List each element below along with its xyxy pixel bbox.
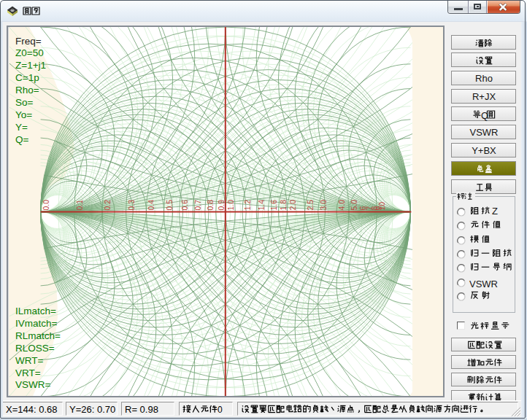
svg-text:Y=: Y= — [15, 122, 28, 133]
svg-text:ILmatch=: ILmatch= — [15, 306, 56, 316]
svg-text:0.6: 0.6 — [180, 200, 189, 211]
svg-text:0.1: 0.1 — [75, 200, 84, 211]
svg-text:RLOSS=: RLOSS= — [15, 343, 55, 354]
svg-text:RLmatch=: RLmatch= — [15, 330, 61, 341]
svg-text:2.0: 2.0 — [288, 200, 297, 211]
svg-text:VRT=: VRT= — [15, 368, 41, 378]
svg-text:IVmatch=: IVmatch= — [15, 318, 58, 329]
svg-text:10: 10 — [377, 202, 386, 211]
svg-text:2.5: 2.5 — [306, 200, 315, 211]
svg-text:1.0: 1.0 — [226, 200, 235, 211]
svg-text:VSWR=: VSWR= — [15, 379, 51, 390]
svg-text:Freq=: Freq= — [15, 36, 42, 47]
svg-text:0.8: 0.8 — [206, 200, 215, 211]
svg-text:0: 0 — [218, 405, 223, 415]
svg-text:Q=: Q= — [15, 134, 29, 145]
svg-text:C=1p: C=1p — [15, 72, 39, 83]
svg-text:0.2: 0.2 — [103, 200, 112, 211]
svg-text:0.9: 0.9 — [217, 200, 226, 211]
svg-text:So=: So= — [15, 97, 34, 108]
svg-text:Z: Z — [492, 206, 498, 217]
svg-text:0.5: 0.5 — [165, 200, 174, 211]
svg-text:0.4: 0.4 — [147, 200, 155, 211]
svg-text:4.0: 4.0 — [337, 200, 346, 211]
svg-text:WRT=: WRT= — [15, 355, 43, 366]
svg-text:Z0=50: Z0=50 — [15, 47, 44, 58]
svg-text:3.0: 3.0 — [319, 200, 328, 211]
svg-text:Rho=: Rho= — [15, 85, 39, 96]
svg-text:1.4: 1.4 — [257, 200, 266, 211]
svg-text:Z=1+j1: Z=1+j1 — [15, 60, 46, 71]
svg-text:0.7: 0.7 — [193, 200, 202, 211]
svg-text:1.6: 1.6 — [269, 200, 278, 211]
svg-text:0.0: 0.0 — [42, 200, 50, 211]
svg-text:Yo=: Yo= — [15, 109, 32, 120]
svg-text:1.8: 1.8 — [279, 200, 288, 211]
svg-text:5.0: 5.0 — [350, 200, 358, 211]
svg-text:0.3: 0.3 — [127, 200, 136, 211]
svg-text:1.2: 1.2 — [243, 200, 252, 211]
